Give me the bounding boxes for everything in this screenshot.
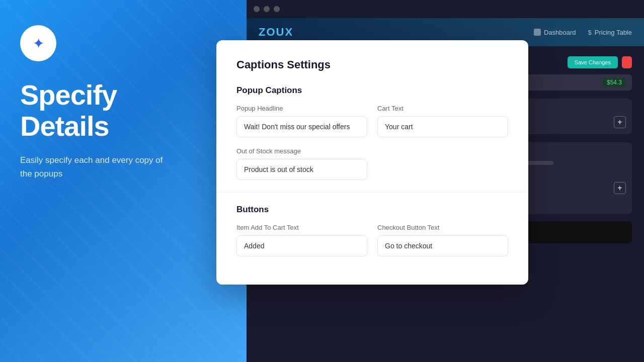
nav-link-dashboard[interactable]: Dashboard <box>534 29 576 36</box>
price-badge: $54.3 <box>603 78 626 87</box>
browser-dot-1 <box>254 6 260 12</box>
out-of-stock-input[interactable] <box>236 159 367 180</box>
left-description: Easily specify each and every copy of th… <box>20 153 176 180</box>
browser-bar <box>247 0 644 18</box>
discard-button[interactable] <box>622 56 632 68</box>
cart-text-group: Cart Text <box>377 105 508 137</box>
popup-headline-input[interactable] <box>236 116 367 137</box>
sparkle-icon: ✦ <box>33 35 44 52</box>
save-changes-button[interactable]: Save Changes <box>568 56 618 68</box>
divider <box>216 192 528 193</box>
popup-headline-cart-row: Popup Headline Cart Text <box>236 105 508 137</box>
modal-title: Captions Settings <box>236 58 508 71</box>
add-to-cart-label: Item Add To Cart Text <box>236 224 367 231</box>
nav-link-pricing[interactable]: $ Pricing Table <box>588 29 632 36</box>
add-item-button-2[interactable]: + <box>614 182 626 194</box>
checkout-btn-input[interactable] <box>377 235 508 256</box>
add-item-button[interactable]: + <box>614 116 626 128</box>
add-to-cart-group: Item Add To Cart Text <box>236 224 367 256</box>
captions-settings-modal: Captions Settings Popup Captions Popup H… <box>216 40 528 285</box>
out-of-stock-label: Out of Stock message <box>236 147 508 155</box>
left-panel: ✦ Specify Details Easily specify each an… <box>0 0 247 362</box>
nav-logo: ZOUX <box>259 26 293 39</box>
dollar-icon: $ <box>588 29 592 36</box>
popup-captions-section-title: Popup Captions <box>236 85 508 96</box>
cart-text-label: Cart Text <box>377 105 508 112</box>
browser-dot-2 <box>264 6 270 12</box>
left-headline: Specify Details <box>20 79 226 141</box>
logo-circle: ✦ <box>20 25 56 61</box>
browser-dot-3 <box>274 6 280 12</box>
popup-headline-label: Popup Headline <box>236 105 367 112</box>
buttons-fields-row: Item Add To Cart Text Checkout Button Te… <box>236 224 508 256</box>
popup-headline-group: Popup Headline <box>236 105 367 137</box>
grid-icon <box>534 29 541 36</box>
cart-text-input[interactable] <box>377 116 508 137</box>
add-to-cart-input[interactable] <box>236 235 367 256</box>
checkout-btn-label: Checkout Button Text <box>377 224 508 231</box>
out-of-stock-group: Out of Stock message <box>236 147 508 180</box>
checkout-btn-group: Checkout Button Text <box>377 224 508 256</box>
buttons-section-title: Buttons <box>236 205 508 215</box>
nav-links: Dashboard $ Pricing Table <box>534 29 632 36</box>
